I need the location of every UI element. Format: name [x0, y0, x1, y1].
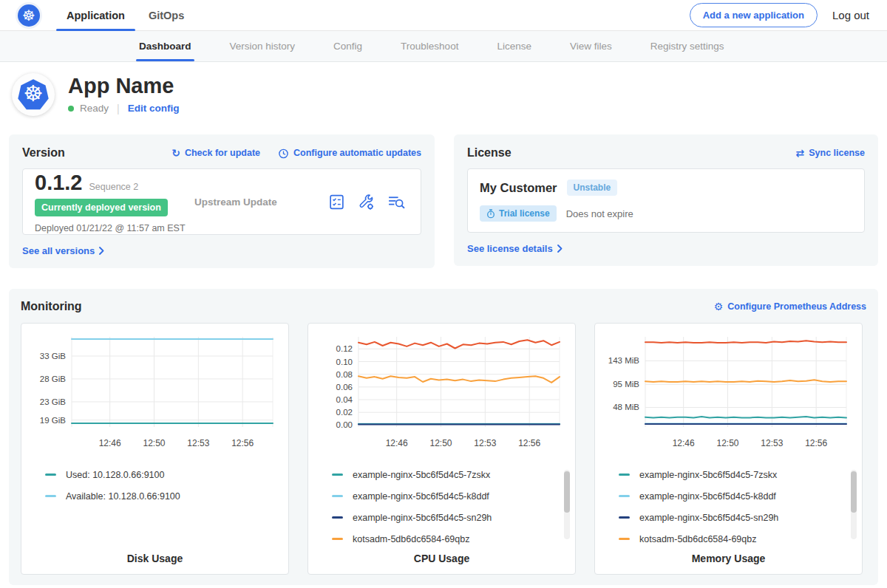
gear-icon: ⚙: [714, 301, 724, 312]
preflight-checks-icon[interactable]: [328, 194, 345, 211]
schedule-clock-icon: [278, 148, 289, 159]
legend-scrollbar-track[interactable]: [564, 470, 570, 539]
trial-license-label: Trial license: [499, 208, 550, 219]
tab-dashboard[interactable]: Dashboard: [139, 31, 191, 61]
svg-text:12:50: 12:50: [430, 438, 452, 448]
configure-automatic-updates-link[interactable]: Configure automatic updates: [278, 148, 421, 159]
svg-text:0.02: 0.02: [336, 408, 353, 417]
top-nav-bar: ☸ ApplicationGitOps Add a new applicatio…: [0, 0, 887, 31]
ready-status-dot: [68, 106, 74, 112]
legend-color-dash: [45, 495, 56, 497]
svg-text:12:53: 12:53: [761, 438, 783, 448]
legend-color-dash: [332, 538, 343, 540]
version-number: 0.1.2: [35, 171, 83, 195]
svg-text:12:50: 12:50: [717, 438, 739, 448]
memory-usage-chart-title: Memory Usage: [601, 553, 856, 564]
kubernetes-logo-icon: ☸: [18, 4, 40, 27]
legend-item: example-nginx-5bc6f5d4c5-sn29h: [619, 507, 856, 528]
svg-text:12:53: 12:53: [474, 438, 496, 448]
legend-label: example-nginx-5bc6f5d4c5-k8ddf: [639, 491, 776, 502]
deploy-logs-icon[interactable]: [387, 194, 406, 211]
svg-text:143 MiB: 143 MiB: [608, 356, 640, 365]
check-for-update-link[interactable]: ↻ Check for update: [171, 148, 260, 158]
configure-prometheus-label: Configure Prometheus Address: [727, 301, 866, 312]
deployed-timestamp: Deployed 01/21/22 @ 11:57 am EST: [35, 223, 194, 233]
legend-color-dash: [45, 474, 56, 476]
svg-text:12:46: 12:46: [99, 438, 121, 448]
tab-view-files[interactable]: View files: [570, 31, 612, 61]
svg-text:12:56: 12:56: [231, 438, 254, 448]
svg-text:12:56: 12:56: [805, 438, 827, 448]
version-panel-title: Version: [22, 146, 65, 160]
cpu-usage-plot: 12:4612:5012:5312:560.120.100.080.060.04…: [314, 329, 568, 452]
top-nav-right: Add a new application Log out: [690, 3, 869, 27]
svg-text:0.00: 0.00: [336, 420, 353, 429]
legend-item: example-nginx-5bc6f5d4c5-7zskx: [332, 464, 569, 485]
cpu-usage-legend: example-nginx-5bc6f5d4c5-7zskxexample-ng…: [332, 464, 569, 550]
config-files-icon[interactable]: [358, 194, 375, 211]
chevron-right-icon: [557, 245, 563, 253]
license-expiry-label: Does not expire: [566, 208, 633, 219]
legend-item: example-nginx-5bc6f5d4c5-k8ddf: [619, 485, 856, 507]
legend-item: example-nginx-5bc6f5d4c5-sn29h: [332, 507, 569, 528]
legend-color-dash: [332, 516, 343, 519]
see-all-versions-link[interactable]: See all versions: [22, 245, 421, 256]
top-tab-application[interactable]: Application: [65, 0, 126, 31]
app-sub-nav: DashboardVersion historyConfigTroublesho…: [0, 31, 887, 62]
legend-label: Used: 10.128.0.66:9100: [66, 470, 164, 480]
sync-license-link[interactable]: ⇄ Sync license: [796, 148, 865, 158]
customer-name: My Customer: [480, 181, 557, 195]
app-icon: ☸: [12, 73, 55, 116]
app-header: ☸ App Name Ready | Edit config: [0, 62, 887, 126]
sequence-label: Sequence 2: [89, 182, 139, 192]
tab-license[interactable]: License: [497, 31, 531, 61]
svg-text:12:50: 12:50: [143, 438, 166, 448]
edit-config-link[interactable]: Edit config: [128, 103, 180, 114]
svg-text:12:56: 12:56: [518, 438, 540, 448]
tab-troubleshoot[interactable]: Troubleshoot: [401, 31, 458, 61]
legend-item: kotsadm-5db6dc6584-69qbz: [619, 528, 856, 550]
legend-scrollbar-thumb[interactable]: [851, 471, 857, 513]
legend-item: kotsadm-5db6dc6584-69qbz: [332, 528, 569, 550]
legend-color-dash: [619, 474, 630, 476]
svg-text:0.06: 0.06: [336, 383, 353, 392]
trial-license-badge: Trial license: [480, 205, 557, 222]
cpu-usage-chart-title: CPU Usage: [314, 553, 569, 564]
legend-scrollbar-thumb[interactable]: [564, 471, 570, 513]
legend-item: example-nginx-5bc6f5d4c5-7zskx: [619, 464, 856, 485]
charts-row: 12:4612:5012:5312:5633 GiB28 GiB23 GiB19…: [21, 323, 866, 575]
legend-color-dash: [332, 495, 343, 497]
check-for-update-label: Check for update: [185, 148, 260, 158]
log-out-link[interactable]: Log out: [832, 9, 869, 21]
svg-text:0.04: 0.04: [336, 395, 353, 404]
svg-text:19 GiB: 19 GiB: [40, 416, 66, 425]
see-license-details-label: See license details: [467, 243, 553, 254]
disk-usage-plot: 12:4612:5012:5312:5633 GiB28 GiB23 GiB19…: [27, 329, 282, 452]
svg-text:0.10: 0.10: [336, 358, 353, 366]
top-nav-tabs: ApplicationGitOps: [65, 0, 186, 31]
legend-item: example-nginx-5bc6f5d4c5-k8ddf: [332, 485, 569, 507]
tab-config[interactable]: Config: [333, 31, 362, 61]
stopwatch-icon: [486, 209, 495, 219]
configure-prometheus-link[interactable]: ⚙ Configure Prometheus Address: [714, 301, 866, 312]
see-all-versions-label: See all versions: [22, 245, 95, 256]
svg-text:23 GiB: 23 GiB: [40, 397, 66, 406]
top-tab-gitops[interactable]: GitOps: [147, 0, 186, 31]
legend-label: kotsadm-5db6dc6584-69qbz: [353, 534, 469, 544]
update-type-label: Upstream Update: [194, 196, 328, 208]
legend-label: example-nginx-5bc6f5d4c5-k8ddf: [353, 491, 489, 502]
monitoring-title: Monitoring: [21, 300, 82, 313]
legend-color-dash: [332, 474, 343, 476]
add-new-application-button[interactable]: Add a new application: [690, 3, 818, 27]
currently-deployed-badge: Currently deployed version: [35, 199, 168, 216]
license-panel-title: License: [467, 146, 512, 160]
legend-color-dash: [619, 516, 630, 519]
disk-usage-chart-title: Disk Usage: [27, 553, 282, 564]
tab-version-history[interactable]: Version history: [230, 31, 296, 61]
sync-arrows-icon: ⇄: [796, 148, 805, 158]
legend-label: Available: 10.128.0.66:9100: [66, 491, 180, 502]
see-license-details-link[interactable]: See license details: [467, 243, 865, 254]
tab-registry-settings[interactable]: Registry settings: [650, 31, 724, 61]
disk-usage-chart-card: 12:4612:5012:5312:5633 GiB28 GiB23 GiB19…: [21, 323, 289, 575]
legend-scrollbar-track[interactable]: [851, 470, 857, 539]
